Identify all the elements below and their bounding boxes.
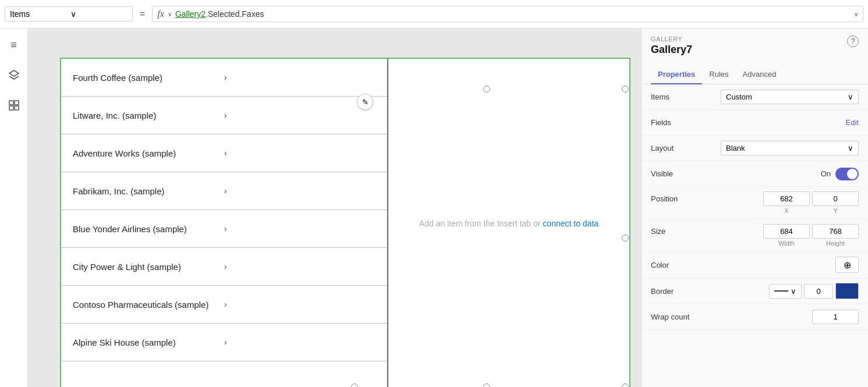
items-dropdown-chevron: ∨ — [70, 9, 127, 19]
gallery-item-label: City Power & Light (sample) — [73, 262, 224, 272]
gallery-item-chevron: › — [224, 300, 375, 309]
formula-chevron: ∨ — [168, 11, 172, 17]
gallery-name: Gallery7 — [651, 44, 859, 56]
size-row: Size Width Height — [642, 219, 868, 252]
gallery-list-item-8[interactable]: Alpine Ski House (sample)› — [61, 324, 387, 361]
layout-prop-label: Layout — [651, 144, 721, 152]
connect-data-link[interactable]: connect to data — [543, 219, 598, 228]
wrap-count-prop-label: Wrap count — [651, 313, 721, 321]
handle-top-right[interactable] — [622, 86, 629, 93]
y-sub-label: Y — [812, 207, 859, 214]
layers-icon[interactable] — [5, 66, 23, 84]
layout-row: Layout Blank ∨ — [642, 136, 868, 161]
gallery-list: Fourth Coffee (sample)›Litware, Inc. (sa… — [61, 59, 388, 387]
handle-top-center[interactable] — [483, 86, 490, 93]
size-height-input[interactable] — [812, 224, 859, 239]
gallery-item-label: Blue Yonder Airlines (sample) — [73, 224, 224, 234]
visible-control: On — [721, 168, 859, 180]
visible-toggle[interactable] — [835, 168, 859, 180]
height-sub-label: Height — [812, 240, 859, 247]
panel-tabs: Properties Rules Advanced — [642, 65, 868, 84]
position-row: Position X Y — [642, 187, 868, 219]
items-dropdown-chevron: ∨ — [848, 93, 853, 101]
top-bar: Items ∨ = fx ∨ Gallery2.Selected.Faxes ∨ — [0, 0, 868, 29]
visible-row: Visible On — [642, 161, 868, 187]
tab-rules[interactable]: Rules — [702, 65, 735, 84]
gallery-list-item-7[interactable]: Contoso Pharmaceuticals (sample)› — [61, 286, 387, 324]
size-width-input[interactable] — [763, 224, 810, 239]
gallery-item-chevron: › — [224, 262, 375, 271]
empty-text-or: or — [533, 219, 543, 228]
gallery-list-item-6[interactable]: City Power & Light (sample)› — [61, 248, 387, 286]
handle-bottom-center[interactable] — [483, 384, 490, 387]
svg-rect-4 — [15, 106, 19, 110]
empty-text-before: Add an item from the Insert tab — [419, 219, 531, 228]
items-value-dropdown[interactable]: Custom ∨ — [721, 90, 859, 104]
formula-gallery-ref: Gallery2 — [175, 9, 206, 19]
formula-expand-chevron[interactable]: ∨ — [854, 11, 858, 17]
fields-row: Fields Edit — [642, 110, 868, 136]
border-color-swatch[interactable] — [835, 283, 859, 299]
fields-edit-link[interactable]: Edit — [846, 118, 859, 127]
fields-prop-label: Fields — [651, 118, 721, 127]
gallery-list-item-4[interactable]: Fabrikam, Inc. (sample)› — [61, 172, 387, 210]
position-prop-label: Position — [651, 194, 721, 203]
hamburger-icon[interactable]: ≡ — [5, 35, 23, 54]
border-prop-label: Border — [651, 287, 721, 296]
grid-icon[interactable] — [5, 96, 23, 115]
formula-bar[interactable]: fx ∨ Gallery2.Selected.Faxes ∨ — [152, 6, 863, 22]
items-dropdown[interactable]: Items ∨ — [5, 6, 133, 22]
handle-bottom-right[interactable] — [622, 384, 629, 387]
gallery-item-label: Litware, Inc. (sample) — [73, 111, 224, 120]
tab-advanced[interactable]: Advanced — [736, 65, 784, 84]
svg-rect-3 — [9, 106, 13, 110]
gallery-list-item-2[interactable]: Litware, Inc. (sample)› — [61, 97, 387, 134]
formula-text: Gallery2.Selected.Faxes — [175, 9, 851, 19]
wrap-count-row: Wrap count — [642, 304, 868, 330]
size-control — [721, 224, 859, 239]
border-width-input[interactable] — [804, 284, 833, 299]
equals-sign: = — [137, 9, 147, 19]
layout-value-dropdown[interactable]: Blank ∨ — [721, 141, 859, 155]
help-icon[interactable]: ? — [847, 35, 859, 47]
width-sub-label: Width — [763, 240, 810, 247]
gallery-item-chevron: › — [224, 224, 375, 233]
border-line-icon — [774, 290, 788, 292]
gallery-item-label: Contoso Pharmaceuticals (sample) — [73, 300, 224, 310]
gallery-item-chevron: › — [224, 148, 375, 158]
gallery-item-label: Fabrikam, Inc. (sample) — [73, 186, 224, 196]
gallery-empty-panel: Add an item from the Insert tab or conne… — [388, 59, 629, 387]
gallery-item-chevron: › — [224, 73, 375, 82]
items-dropdown-value: Custom — [726, 93, 752, 101]
items-control: Custom ∨ — [721, 90, 859, 104]
border-style-dropdown[interactable]: ∨ — [769, 284, 802, 299]
position-y-input[interactable] — [812, 191, 859, 206]
gallery-item-chevron: › — [224, 338, 375, 347]
visible-prop-label: Visible — [651, 169, 721, 178]
handle-bottom-left[interactable] — [351, 384, 358, 387]
gallery-list-item-5[interactable]: Blue Yonder Airlines (sample)› — [61, 210, 387, 248]
canvas-area: Fourth Coffee (sample)›Litware, Inc. (sa… — [28, 29, 641, 387]
right-panel: GALLERY Gallery7 ? Properties Rules Adva… — [641, 29, 868, 387]
color-prop-label: Color — [651, 261, 721, 269]
size-inputs — [763, 224, 859, 239]
items-prop-label: Items — [651, 93, 721, 101]
gallery-list-item-3[interactable]: Adventure Works (sample)› — [61, 134, 387, 172]
color-swatch-button[interactable]: ⊕ — [835, 257, 859, 273]
gallery-widget[interactable]: Fourth Coffee (sample)›Litware, Inc. (sa… — [60, 58, 630, 387]
toggle-knob — [847, 169, 858, 179]
gallery-list-item-1[interactable]: Fourth Coffee (sample)› — [61, 59, 387, 97]
handle-mid-right[interactable] — [622, 235, 629, 242]
svg-rect-2 — [15, 101, 19, 105]
svg-rect-1 — [9, 101, 13, 105]
position-x-input[interactable] — [763, 191, 810, 206]
x-sub-label: X — [763, 207, 810, 214]
tab-properties[interactable]: Properties — [651, 65, 702, 84]
border-style-chevron: ∨ — [791, 287, 796, 296]
wrap-count-input[interactable] — [812, 310, 859, 324]
edit-pencil-icon[interactable]: ✎ — [357, 94, 373, 110]
visible-toggle-container: On — [821, 168, 859, 180]
gallery-item-label: Adventure Works (sample) — [73, 148, 224, 158]
wrap-count-control — [721, 310, 859, 324]
layout-dropdown-value: Blank — [726, 144, 745, 152]
